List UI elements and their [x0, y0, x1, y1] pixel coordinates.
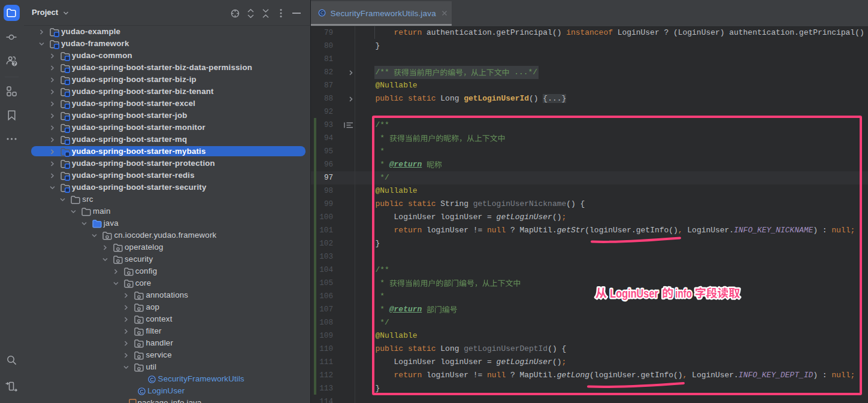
- svg-text:LoginUser: LoginUser: [610, 287, 658, 300]
- svg-text:info: info: [675, 287, 692, 300]
